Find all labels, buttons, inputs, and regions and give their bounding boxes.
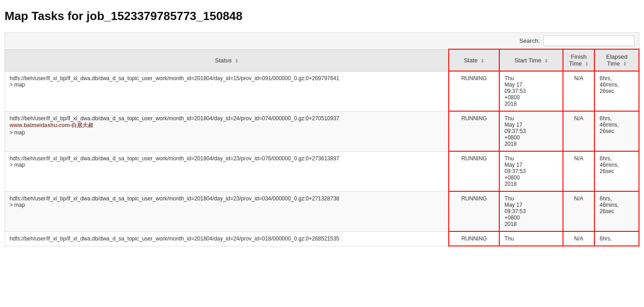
cell-elapsed-time: 6hrs, 46mins, 26sec (594, 71, 639, 111)
cell-finish-time: N/A (563, 71, 595, 111)
cell-state: RUNNING (449, 191, 499, 231)
col-header-finish-time[interactable]: Finish Time ⇕ (563, 49, 595, 71)
cell-start-time: Thu May 17 09:37:53 +0800 2018 (499, 151, 563, 191)
cell-state: RUNNING (449, 151, 499, 191)
col-state-sort-icon[interactable]: ⇕ (481, 58, 484, 63)
col-elapsed-sort-icon[interactable]: ⇕ (623, 61, 627, 67)
cell-state: RUNNING (449, 111, 499, 151)
cell-start-time: Thu May 17 09:37:53 +0800 2018 (499, 191, 563, 231)
table-header-row: Status ⇕ State ⇕ Start Time ⇕ Finish Tim… (5, 49, 639, 71)
col-finish-sort-icon[interactable]: ⇕ (585, 61, 588, 67)
watermark-text: www.baimeidashu.com-白居大叔 (10, 122, 444, 129)
col-start-time-label: Start Time (514, 57, 541, 64)
table-row: hdfs://beh/user/lf_xl_bp/lf_xl_dwa.db/dw… (5, 71, 639, 111)
cell-start-time: Thu May 17 09:37:53 +0800 2018 (499, 111, 563, 151)
cell-elapsed-time: 6hrs, 46mins, 26sec (594, 111, 639, 151)
cell-start-time: Thu (499, 231, 563, 246)
col-header-status[interactable]: Status ⇕ (5, 49, 449, 71)
table-row: hdfs://beh/user/lf_xl_bp/lf_xl_dwa.db/dw… (5, 151, 639, 191)
search-bar: Search: (5, 32, 639, 49)
col-start-sort-icon[interactable]: ⇕ (544, 58, 548, 63)
page-container: Map Tasks for job_1523379785773_150848 S… (0, 0, 644, 307)
tasks-table: Status ⇕ State ⇕ Start Time ⇕ Finish Tim… (5, 49, 639, 246)
page-title: Map Tasks for job_1523379785773_150848 (5, 9, 639, 23)
table-row: hdfs://beh/user/lf_xl_bp/lf_xl_dwa.db/dw… (5, 191, 639, 231)
col-status-label: Status (215, 57, 232, 64)
col-header-state[interactable]: State ⇕ (449, 49, 499, 71)
cell-state: RUNNING (449, 231, 499, 246)
cell-status: hdfs://beh/user/lf_xl_bp/lf_xl_dwa.db/dw… (5, 191, 449, 231)
col-header-start-time[interactable]: Start Time ⇕ (499, 49, 563, 71)
cell-start-time: Thu May 17 09:37:53 +0800 2018 (499, 71, 563, 111)
col-status-sort-icon[interactable]: ⇕ (235, 58, 238, 63)
table-row: hdfs://beh/user/lf_xl_bp/lf_xl_dwa.db/dw… (5, 111, 639, 151)
cell-status: hdfs://beh/user/lf_xl_bp/lf_xl_dwa.db/dw… (5, 111, 449, 151)
cell-finish-time: N/A (563, 231, 595, 246)
cell-finish-time: N/A (563, 151, 595, 191)
cell-status: hdfs://beh/user/lf_xl_bp/lf_xl_dwa.db/dw… (5, 151, 449, 191)
cell-finish-time: N/A (563, 111, 595, 151)
search-label: Search: (519, 37, 540, 44)
cell-state: RUNNING (449, 71, 499, 111)
col-header-elapsed-time[interactable]: Elapsed Time ⇕ (594, 49, 639, 71)
cell-status: hdfs://beh/user/lf_xl_bp/lf_xl_dwa.db/dw… (5, 231, 449, 246)
cell-finish-time: N/A (563, 191, 595, 231)
col-finish-time-label: Finish Time (569, 53, 587, 67)
table-row: hdfs://beh/user/lf_xl_bp/lf_xl_dwa.db/dw… (5, 231, 639, 246)
cell-elapsed-time: 6hrs, 46mins, 26sec (594, 191, 639, 231)
search-input[interactable] (543, 36, 634, 46)
col-state-label: State (464, 57, 477, 64)
cell-elapsed-time: 6hrs, (594, 231, 639, 246)
table-body: hdfs://beh/user/lf_xl_bp/lf_xl_dwa.db/dw… (5, 71, 639, 246)
cell-status: hdfs://beh/user/lf_xl_bp/lf_xl_dwa.db/dw… (5, 71, 449, 111)
cell-elapsed-time: 6hrs, 46mins, 26sec (594, 151, 639, 191)
